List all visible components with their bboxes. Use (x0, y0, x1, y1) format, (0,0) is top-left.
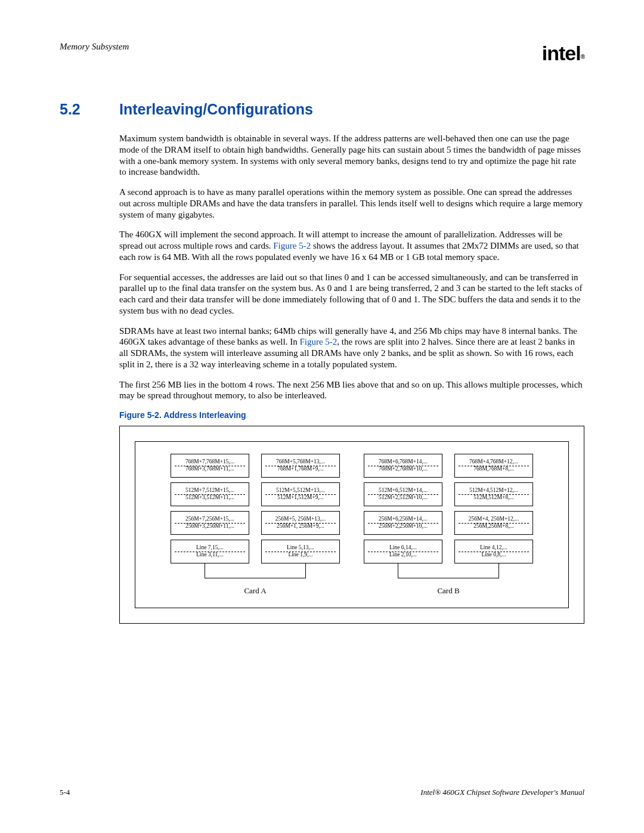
card-b-connector (364, 563, 533, 584)
mem-cell: Line 4,12,...Line 0,8,... (454, 540, 533, 563)
mem-cell: Line 7,15,...Line 3,11,... (171, 540, 249, 563)
mem-cell: 768M+7,768M+15,...768M+3,768M+11,... (171, 454, 249, 478)
card-a: 768M+7,768M+15,...768M+3,768M+11,... 512… (171, 454, 340, 596)
mem-cell: Line 5,13,...Line 1,9,... (261, 540, 340, 563)
page-number: 5-4 (60, 788, 70, 797)
mem-cell: 512M+7,512M+15,...512M+3,512M+11,... (171, 482, 249, 506)
section-heading: 5.2 Interleaving/Configurations (60, 101, 584, 118)
card-a-left-stack: 768M+7,768M+15,...768M+3,768M+11,... 512… (171, 454, 249, 563)
figure-caption: Figure 5-2. Address Interleaving (119, 410, 584, 421)
card-a-label: Card A (244, 586, 266, 596)
page-header: Memory Subsystem intel® (60, 42, 584, 65)
mem-cell: 256M+6,256M+14,...256M+2,256M+10,... (364, 511, 442, 535)
paragraph-5: SDRAMs have at least two internal banks;… (119, 326, 584, 370)
mem-cell: 256M+4, 256M+12,...256M,256M+8,... (454, 511, 533, 535)
page-container: Memory Subsystem intel® 5.2 Interleaving… (0, 0, 644, 833)
section-title: Interleaving/Configurations (119, 101, 313, 118)
body-text: Maximum system bandwidth is obtainable i… (119, 133, 584, 421)
mem-cell: 768M+6,768M+14,...768M+2,768M+10,... (364, 454, 442, 478)
paragraph-6: The first 256 MB lies in the bottom 4 ro… (119, 379, 584, 402)
figure-inner: 768M+7,768M+15,...768M+3,768M+11,... 512… (135, 441, 569, 608)
paragraph-3: The 460GX will implement the second appr… (119, 229, 584, 262)
card-a-right-stack: 768M+5,768M+13,...768M+1,768M+9,... 512M… (261, 454, 340, 563)
mem-cell: Line 6,14,...Line 2,10,... (364, 540, 442, 563)
mem-cell: 256M+5, 256M+13,...256M+1, 256M+9,... (261, 511, 340, 535)
paragraph-2: A second approach is to have as many par… (119, 187, 584, 220)
card-b-stacks: 768M+6,768M+14,...768M+2,768M+10,... 512… (364, 454, 533, 563)
card-b-left-stack: 768M+6,768M+14,...768M+2,768M+10,... 512… (364, 454, 442, 563)
card-b: 768M+6,768M+14,...768M+2,768M+10,... 512… (364, 454, 533, 596)
section-number: 5.2 (60, 101, 119, 118)
figure-link[interactable]: Figure 5-2 (299, 337, 337, 346)
intel-logo: intel® (542, 42, 584, 65)
card-a-connector (171, 563, 340, 584)
header-section-label: Memory Subsystem (60, 42, 129, 52)
manual-title: Intel® 460GX Chipset Software Developer'… (420, 788, 584, 797)
card-b-right-stack: 768M+4,768M+12,...768M,768M+8,... 512M+4… (454, 454, 533, 563)
mem-cell: 768M+4,768M+12,...768M,768M+8,... (454, 454, 533, 478)
figure-link[interactable]: Figure 5-2 (273, 241, 311, 250)
mem-cell: 512M+4,512M+12,...512M,512M+8,... (454, 482, 533, 506)
card-b-label: Card B (437, 586, 459, 596)
card-a-stacks: 768M+7,768M+15,...768M+3,768M+11,... 512… (171, 454, 340, 563)
mem-cell: 768M+5,768M+13,...768M+1,768M+9,... (261, 454, 340, 478)
figure-frame: 768M+7,768M+15,...768M+3,768M+11,... 512… (119, 426, 584, 624)
paragraph-4: For sequential accesses, the addresses a… (119, 272, 584, 317)
mem-cell: 256M+7,256M+15,...256M+3,256M+11,... (171, 511, 249, 535)
mem-cell: 512M+5,512M+13,...512M+1,512M+9,... (261, 482, 340, 506)
mem-cell: 512M+6,512M+14,...512M+2,512M+10,... (364, 482, 442, 506)
paragraph-1: Maximum system bandwidth is obtainable i… (119, 133, 584, 178)
page-footer: 5-4 Intel® 460GX Chipset Software Develo… (60, 788, 584, 797)
